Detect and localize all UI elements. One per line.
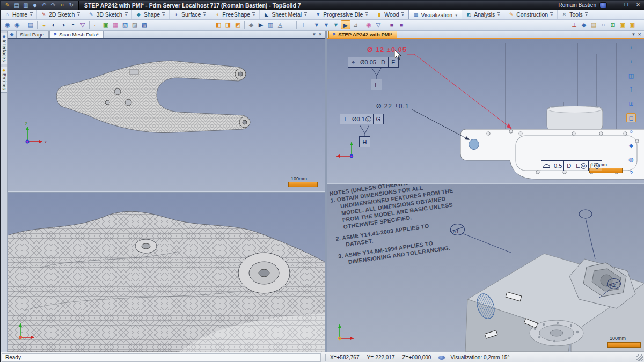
section-view-icon[interactable]: ◫ bbox=[626, 71, 636, 80]
redo-icon[interactable]: ↷ bbox=[49, 2, 57, 9]
puzzle-update-icon[interactable]: ◨ bbox=[223, 20, 233, 29]
visual-filter1-icon[interactable]: ▼ bbox=[312, 20, 321, 29]
tips-icon[interactable]: ¤ bbox=[58, 2, 66, 9]
balloon-a1[interactable]: A1 bbox=[450, 224, 465, 235]
multi-view-icon[interactable]: ⊞ bbox=[626, 99, 636, 108]
screen-capture-icon[interactable]: ▧ bbox=[120, 20, 130, 29]
visual-filter2-icon[interactable]: ▼ bbox=[321, 20, 331, 29]
user-account-link[interactable]: Romain Bastien bbox=[558, 2, 596, 8]
filter-user-icon[interactable]: ▽ bbox=[374, 20, 383, 29]
tab-visualization[interactable]: ▦Visualization▼ bbox=[408, 10, 462, 19]
update-document-icon[interactable]: ◒ bbox=[39, 20, 49, 29]
resize-grip[interactable] bbox=[636, 354, 643, 361]
gold-box2-icon[interactable]: ▣ bbox=[627, 20, 637, 29]
close-tab-icon[interactable]: ✕ bbox=[638, 32, 641, 37]
tab-split-icon[interactable]: ▼ bbox=[401, 12, 404, 17]
check-model-icon[interactable]: ◐ bbox=[49, 20, 58, 29]
pin-view-icon[interactable]: ⊺ bbox=[626, 85, 636, 94]
sidebar-item-interfaces[interactable]: ◆ Interfaces bbox=[1, 33, 8, 64]
tab-split-icon[interactable]: ▼ bbox=[162, 12, 165, 17]
maximize-button[interactable]: ❐ bbox=[622, 2, 631, 9]
balloon-a2[interactable]: A2 bbox=[607, 278, 621, 289]
light-options-icon[interactable]: ⌐ bbox=[91, 20, 101, 29]
mesh-top-view[interactable]: x y 100mm bbox=[8, 39, 325, 191]
pmi-3d-view[interactable]: NOTES (UNLESS OTHERWISE SPECIFIED): 1. O… bbox=[327, 184, 644, 352]
gold-box1-icon[interactable]: ▣ bbox=[618, 20, 627, 29]
tab-freeshape[interactable]: ◖FreeShape▼ bbox=[210, 10, 260, 19]
datum-label-f[interactable]: F bbox=[371, 79, 382, 90]
tab-construction[interactable]: ✎Construction▼ bbox=[504, 10, 558, 19]
pmi-drawing-view[interactable]: Ø 12 ±0.05 ⌖ Ø0.05 D E F Ø 22 ±0.1 ⊥ Ø0.… bbox=[327, 39, 644, 183]
lamp-icon[interactable]: ○ bbox=[598, 20, 608, 29]
connection-status-icon[interactable] bbox=[599, 2, 607, 8]
palette-user-icon[interactable]: ◉ bbox=[364, 20, 374, 29]
tab-surface[interactable]: ◗Surface▼ bbox=[170, 10, 210, 19]
check-assembly-icon[interactable]: ◑ bbox=[58, 20, 68, 29]
visualization-tolerance[interactable]: Visualization: 0,2mm 15° bbox=[450, 354, 509, 360]
tab-split-icon[interactable]: ▼ bbox=[30, 12, 33, 17]
purple-box1-icon[interactable]: ■ bbox=[387, 20, 397, 29]
pmi-dimension-red[interactable]: Ø 12 ±0.05 bbox=[367, 46, 407, 54]
datum-label-h[interactable]: H bbox=[359, 136, 370, 147]
purple-box2-icon[interactable]: ■ bbox=[397, 20, 406, 29]
blue-cube-icon[interactable]: ◆ bbox=[579, 20, 589, 29]
tab-split-icon[interactable]: ▼ bbox=[203, 12, 206, 17]
tab-step-ap242[interactable]: ⚑ STEP AP242 with PMI* bbox=[328, 31, 397, 38]
puzzle-exchange-icon[interactable]: ◧ bbox=[214, 20, 223, 29]
render-style-icon[interactable]: ◍ bbox=[626, 155, 636, 164]
minimize-button[interactable]: ─ bbox=[610, 2, 619, 9]
tab-3d-sketch[interactable]: ✎3D Sketch▼ bbox=[84, 10, 131, 19]
pin-icon[interactable]: ⊤ bbox=[298, 20, 308, 29]
tab-split-icon[interactable]: ▼ bbox=[77, 12, 80, 17]
dual-screen-icon[interactable]: ▩ bbox=[140, 20, 149, 29]
tab-home[interactable]: ⌂Home▼ bbox=[1, 10, 37, 19]
tab-split-icon[interactable]: ▼ bbox=[585, 12, 588, 17]
app-logo-icon[interactable]: ✎ bbox=[4, 2, 11, 9]
undo-icon[interactable]: ↶ bbox=[40, 2, 48, 9]
search-model-icon[interactable]: ◉ bbox=[3, 20, 12, 29]
tab-split-icon[interactable]: ▼ bbox=[125, 12, 128, 17]
save-icon[interactable]: ▤ bbox=[13, 2, 20, 9]
tab-2d-sketch[interactable]: ✎2D Sketch▼ bbox=[37, 10, 84, 19]
tab-split-icon[interactable]: ▼ bbox=[497, 12, 500, 17]
folder-icon[interactable]: ▤ bbox=[589, 20, 598, 29]
save-all-icon[interactable]: ▥ bbox=[22, 2, 30, 9]
tab-progressive-die[interactable]: ▼Progressive Die▼ bbox=[311, 10, 372, 19]
tab-sheet-metal[interactable]: ◣Sheet Metal▼ bbox=[260, 10, 311, 19]
feature-control-frame-profile[interactable]: 0.5 D EM FM bbox=[541, 160, 602, 171]
puzzle-sync-icon[interactable]: ◩ bbox=[233, 20, 243, 29]
close-tab-icon[interactable]: ✕ bbox=[318, 32, 322, 37]
search-assembly-icon[interactable]: ◉ bbox=[12, 20, 22, 29]
feature-control-frame-position[interactable]: ⌖ Ø0.05 D E bbox=[348, 57, 399, 68]
filter-icon[interactable]: ▽ bbox=[78, 20, 87, 29]
tab-start-page[interactable]: Start Page bbox=[16, 31, 49, 38]
shape-compare-icon[interactable]: ◆ bbox=[246, 20, 256, 29]
zoom-window-icon[interactable]: ◻ bbox=[626, 113, 636, 122]
camera-icon[interactable]: ▨ bbox=[130, 20, 140, 29]
pmi-dimension[interactable]: Ø 22 ±0.1 bbox=[376, 102, 409, 110]
tab-list-icon[interactable]: ▼ bbox=[631, 32, 635, 37]
feature-control-frame-perpendicularity[interactable]: ⊥ Ø0.1L G bbox=[340, 114, 384, 124]
sidebar-item-entities[interactable]: ◆ Entities bbox=[1, 67, 8, 93]
tab-shape[interactable]: ◆Shape▼ bbox=[132, 10, 170, 19]
mesh-detail-view[interactable]: 20mm bbox=[8, 193, 325, 352]
sync-icon[interactable]: ↻ bbox=[68, 2, 75, 9]
training-icon[interactable]: ◬ bbox=[275, 20, 285, 29]
help-icon[interactable]: ? bbox=[626, 169, 636, 178]
tab-split-icon[interactable]: ▼ bbox=[252, 12, 255, 17]
tab-split-icon[interactable]: ▼ bbox=[304, 12, 307, 17]
visualization-status-icon[interactable] bbox=[438, 356, 445, 360]
magnifier-icon[interactable]: ○ bbox=[626, 127, 636, 136]
tab-split-icon[interactable]: ▼ bbox=[550, 12, 553, 17]
tab-split-icon[interactable]: ▼ bbox=[365, 12, 368, 17]
screen-settings-icon[interactable]: ▦ bbox=[111, 20, 120, 29]
tab-scan-mesh-data[interactable]: ⚑ Scan Mesh Data* bbox=[49, 31, 104, 38]
check-all-icon[interactable]: ◓ bbox=[68, 20, 78, 29]
tab-analysis[interactable]: ◩Analysis▼ bbox=[462, 10, 504, 19]
layers-icon[interactable]: ▤ bbox=[26, 20, 35, 29]
add-point-options-icon[interactable]: + bbox=[626, 57, 636, 67]
flag-states-icon[interactable]: ▶ bbox=[256, 20, 266, 29]
iso-view-icon[interactable]: ◆ bbox=[626, 141, 636, 150]
pane-menu-icon[interactable]: ◆ bbox=[8, 32, 16, 37]
select-cursor-icon[interactable]: ▶ bbox=[341, 20, 350, 29]
